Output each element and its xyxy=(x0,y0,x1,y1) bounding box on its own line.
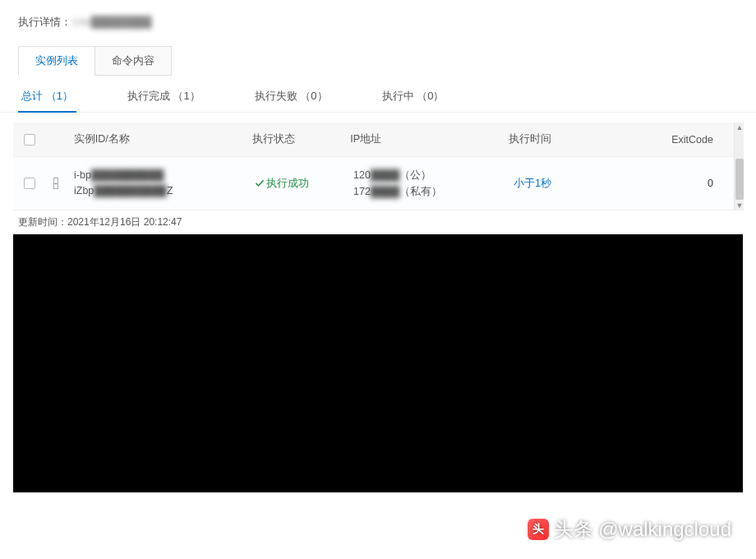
main-tab-bar: 实例列表 命令内容 xyxy=(0,46,756,76)
exitcode-cell: 0 xyxy=(670,168,743,199)
time-cell: 小于1秒 xyxy=(505,167,670,201)
filter-tab-failed[interactable]: 执行失败 （0） xyxy=(251,89,331,112)
th-status: 执行状态 xyxy=(244,122,342,156)
th-exitcode: ExitCode xyxy=(663,124,743,155)
console-output xyxy=(13,234,743,492)
table-row: - i-bp██████████ iZbp██████████Z 执行成功 12… xyxy=(13,157,743,210)
th-ip: IP地址 xyxy=(342,122,500,156)
watermark: 头 头条 @walkingcloud xyxy=(528,516,731,543)
toutiao-logo-icon: 头 xyxy=(528,519,549,540)
filter-tab-running[interactable]: 执行中 （0） xyxy=(379,89,448,112)
th-time: 执行时间 xyxy=(500,122,663,156)
task-id: t-hz████████ xyxy=(73,16,151,28)
update-timestamp: 更新时间：2021年12月16日 20:12:47 xyxy=(0,210,756,233)
scroll-up-icon[interactable]: ▲ xyxy=(735,122,744,132)
header-title-label: 执行详情： xyxy=(18,16,71,28)
filter-tab-completed[interactable]: 执行完成 （1） xyxy=(124,89,204,112)
tab-command-content[interactable]: 命令内容 xyxy=(95,46,172,76)
ip-cell: 120████（公） 172████（私有） xyxy=(345,157,505,210)
th-instance: 实例ID/名称 xyxy=(66,122,245,156)
table-scrollbar[interactable]: ▲ ▼ xyxy=(734,122,744,210)
tab-instances[interactable]: 实例列表 xyxy=(18,46,95,76)
table-head: 实例ID/名称 执行状态 IP地址 执行时间 ExitCode xyxy=(13,122,743,157)
success-check-icon xyxy=(255,178,265,188)
duration-link[interactable]: 小于1秒 xyxy=(514,178,551,189)
page-header: 执行详情：t-hz████████ xyxy=(0,0,756,46)
scroll-down-icon[interactable]: ▼ xyxy=(735,201,744,210)
status-cell: 执行成功 xyxy=(247,167,345,201)
row-checkbox[interactable] xyxy=(24,178,35,189)
expand-row-button[interactable]: - xyxy=(53,178,58,189)
filter-tab-total[interactable]: 总计 （1） xyxy=(18,89,76,112)
instance-id-cell: i-bp██████████ iZbp██████████Z xyxy=(66,158,247,209)
instances-table: 实例ID/名称 执行状态 IP地址 执行时间 ExitCode - i-bp██… xyxy=(13,122,743,210)
select-all-checkbox[interactable] xyxy=(24,134,35,146)
scroll-thumb[interactable] xyxy=(735,159,744,200)
filter-tab-bar: 总计 （1） 执行完成 （1） 执行失败 （0） 执行中 （0） xyxy=(0,76,756,113)
